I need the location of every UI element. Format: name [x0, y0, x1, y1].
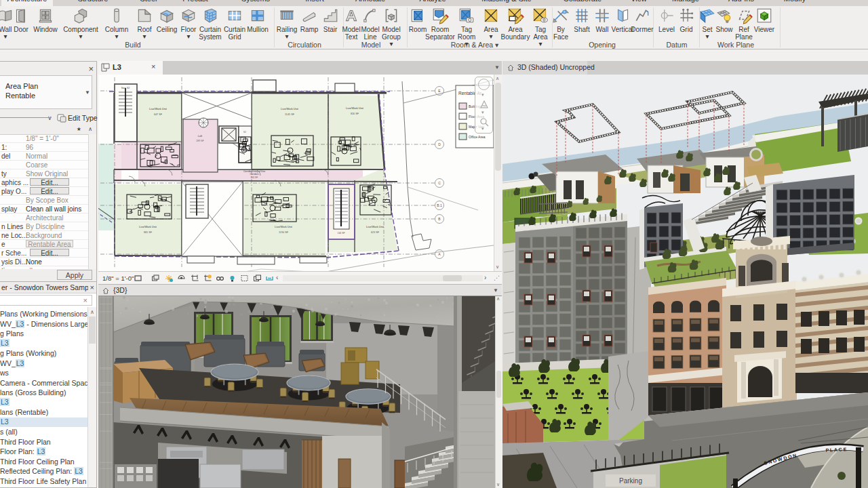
- svg-text:Office Area: Office Area: [469, 135, 486, 139]
- svg-text:Live/Work Unit: Live/Work Unit: [346, 106, 364, 110]
- svg-text:Corridor/Utility of Use: Corridor/Utility of Use: [243, 170, 265, 173]
- svg-text:Live/Work Unit: Live/Work Unit: [139, 225, 157, 228]
- svg-text:Loft: Loft: [198, 135, 203, 138]
- svg-text:841 SF: 841 SF: [251, 176, 258, 179]
- svg-text:D: D: [438, 142, 441, 146]
- svg-text:1190 SF: 1190 SF: [279, 231, 289, 234]
- svg-text:S2: S2: [243, 131, 246, 134]
- svg-text:Live/Work Unit: Live/Work Unit: [366, 225, 384, 228]
- svg-text:Live/Work Unit: Live/Work Unit: [281, 107, 299, 110]
- svg-text:Live/Work Unit: Live/Work Unit: [275, 225, 293, 228]
- svg-text:Parking: Parking: [619, 477, 642, 485]
- svg-text:289 SF: 289 SF: [196, 140, 203, 142]
- svg-text:B.1: B.1: [437, 203, 442, 207]
- svg-text:Stair S2: Stair S2: [121, 87, 130, 89]
- svg-text:865 SF: 865 SF: [144, 231, 153, 234]
- svg-text:816 SF: 816 SF: [351, 113, 359, 115]
- svg-text:1145 SF: 1145 SF: [285, 113, 295, 116]
- svg-text:Live/Work Unit: Live/Work Unit: [149, 107, 167, 110]
- svg-text:E: E: [438, 89, 441, 93]
- svg-text:C: C: [438, 181, 441, 185]
- svg-text:647 SF: 647 SF: [154, 113, 163, 116]
- svg-text:144 SF: 144 SF: [338, 232, 345, 235]
- svg-text:B: B: [438, 217, 441, 221]
- svg-text:623 SF: 623 SF: [371, 231, 380, 234]
- svg-text:A: A: [438, 252, 441, 256]
- svg-text:Corridors: Corridors: [250, 173, 259, 176]
